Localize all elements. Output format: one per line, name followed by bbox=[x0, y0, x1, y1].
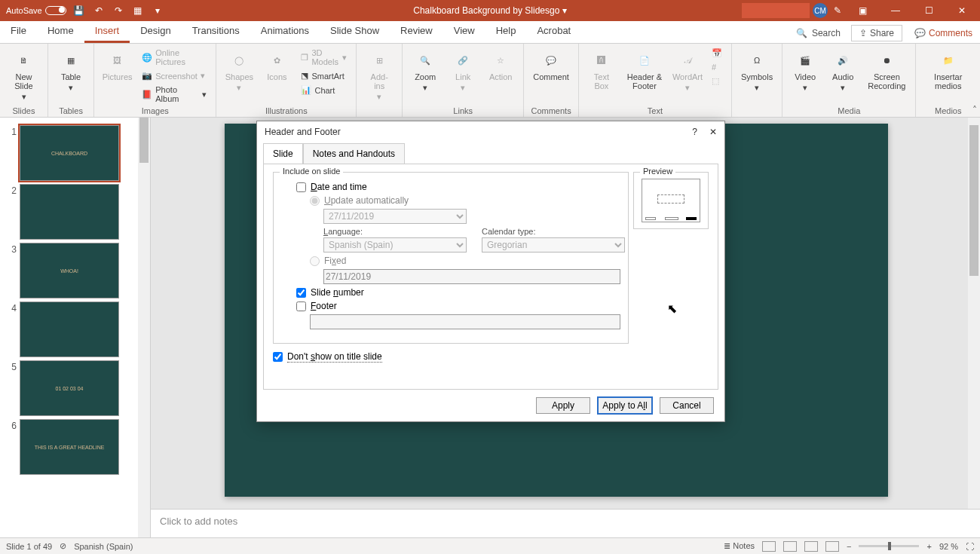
language-dropdown[interactable]: Spanish (Spain) bbox=[323, 237, 467, 253]
collapse-ribbon-icon[interactable]: ˄ bbox=[972, 105, 977, 115]
slide-thumbnail[interactable]: 3 WHOA! bbox=[0, 241, 150, 300]
undo-icon[interactable]: ↶ bbox=[92, 4, 106, 17]
slide-sorter-view-button[interactable] bbox=[783, 541, 797, 552]
menu-tab-transitions[interactable]: Transitions bbox=[182, 20, 250, 43]
wordart-icon: 𝒜 bbox=[677, 50, 698, 71]
zoom-button[interactable]: 🔍Zoom▾ bbox=[409, 47, 442, 96]
slide-thumbnail[interactable]: 6 THIS IS A GREAT HEADLINE bbox=[0, 418, 150, 476]
comment-button[interactable]: 💬Comment bbox=[530, 47, 572, 84]
close-button[interactable]: ✕ bbox=[947, 0, 977, 21]
comments-button[interactable]: 💬 Comments bbox=[907, 25, 980, 41]
video-button[interactable]: 🎬Video▾ bbox=[789, 47, 822, 96]
language-indicator[interactable]: Spanish (Spain) bbox=[74, 542, 133, 551]
accessibility-icon[interactable]: ⊘ bbox=[60, 541, 66, 551]
slide-number-button[interactable]: # bbox=[709, 61, 725, 73]
slide-thumbnail[interactable]: 5 01 02 03 04 bbox=[0, 359, 150, 418]
menu-tab-slide-show[interactable]: Slide Show bbox=[320, 20, 390, 43]
dont-show-title-checkbox[interactable] bbox=[273, 352, 283, 362]
user-avatar[interactable]: CM bbox=[813, 3, 828, 18]
ribbon-display-icon[interactable]: ▣ bbox=[847, 0, 877, 21]
share-button[interactable]: ⇪ Share bbox=[851, 25, 902, 41]
shapes-button[interactable]: ◯ Shapes▾ bbox=[222, 47, 256, 96]
new-slide-button[interactable]: 🗎 New Slide ▾ bbox=[6, 47, 41, 105]
dialog-help-button[interactable]: ? bbox=[692, 127, 697, 137]
slide-thumb-image: 01 02 03 04 bbox=[20, 360, 119, 416]
insertar-medios-button[interactable]: 📁Insertar medios bbox=[922, 47, 974, 93]
qat-more-icon[interactable]: ▾ bbox=[151, 4, 164, 17]
title-bar: AutoSave 💾 ↶ ↷ ▦ ▾ Chalkboard Background… bbox=[0, 0, 980, 21]
menu-tab-design[interactable]: Design bbox=[130, 20, 181, 43]
object-button[interactable]: ⬚ bbox=[709, 75, 725, 87]
fit-to-window-button[interactable]: ⛶ bbox=[966, 542, 974, 551]
menu-tab-help[interactable]: Help bbox=[485, 20, 527, 43]
zoom-in-button[interactable]: + bbox=[926, 542, 931, 551]
slide-thumbnail[interactable]: 4 bbox=[0, 300, 150, 359]
autosave-toggle[interactable]: AutoSave bbox=[6, 6, 66, 15]
menu-tab-file[interactable]: File bbox=[0, 20, 37, 43]
audio-button[interactable]: 🔊Audio▾ bbox=[826, 47, 859, 96]
notes-toggle[interactable]: ≣ Notes bbox=[724, 541, 755, 551]
slide-thumb-image: THIS IS A GREAT HEADLINE bbox=[20, 419, 119, 475]
menu-tab-insert[interactable]: Insert bbox=[84, 20, 130, 43]
menu-tab-home[interactable]: Home bbox=[37, 20, 84, 43]
screen-recording-button[interactable]: ⏺Screen Recording bbox=[864, 47, 909, 93]
header-footer-button[interactable]: 📄Header & Footer bbox=[623, 47, 666, 93]
zoom-percent[interactable]: 92 % bbox=[939, 542, 958, 551]
3d-models-button[interactable]: ❒3D Models ▾ bbox=[298, 47, 350, 68]
photo-album-button[interactable]: 📕Photo Album ▾ bbox=[139, 84, 210, 105]
dialog-tab-notes-and-handouts[interactable]: Notes and Handouts bbox=[303, 143, 405, 164]
pen-icon[interactable]: ✎ bbox=[831, 4, 844, 17]
table-button[interactable]: ▦ Table ▾ bbox=[54, 47, 87, 96]
normal-view-button[interactable] bbox=[762, 541, 776, 552]
link-button[interactable]: 🔗Link▾ bbox=[446, 47, 479, 96]
apply-button[interactable]: Apply bbox=[536, 397, 590, 414]
minimize-button[interactable]: — bbox=[880, 0, 911, 21]
footer-checkbox[interactable] bbox=[296, 301, 306, 311]
slideshow-icon[interactable]: ▦ bbox=[131, 4, 145, 17]
tell-me-search[interactable]: 🔍 Search bbox=[786, 23, 851, 43]
menu-tab-review[interactable]: Review bbox=[390, 20, 443, 43]
smartart-button[interactable]: ⬔SmartArt bbox=[298, 69, 350, 82]
wordart-button[interactable]: 𝒜WordArt▾ bbox=[671, 47, 704, 96]
save-icon[interactable]: 💾 bbox=[72, 4, 86, 17]
pictures-button[interactable]: 🖼 Pictures bbox=[100, 47, 134, 84]
screenshot-button[interactable]: 📷Screenshot ▾ bbox=[139, 69, 210, 82]
fixed-date-input[interactable] bbox=[323, 269, 620, 284]
user-name-block[interactable] bbox=[742, 3, 810, 18]
maximize-button[interactable]: ☐ bbox=[914, 0, 944, 21]
redo-icon[interactable]: ↷ bbox=[112, 4, 125, 17]
icons-button[interactable]: ✿ Icons bbox=[260, 47, 293, 84]
dialog-close-button[interactable]: ✕ bbox=[709, 127, 717, 137]
zoom-out-button[interactable]: − bbox=[847, 542, 851, 551]
text-box-button[interactable]: 🅰Text Box bbox=[585, 47, 618, 93]
auto-date-dropdown[interactable]: 27/11/2019 bbox=[323, 209, 467, 224]
chart-button[interactable]: 📊Chart bbox=[298, 84, 350, 96]
slide-thumbnail[interactable]: 1 CHALKBOARD bbox=[0, 124, 150, 182]
slide-number-checkbox[interactable] bbox=[296, 288, 306, 298]
symbols-button[interactable]: ΩSymbols▾ bbox=[738, 47, 776, 96]
reading-view-button[interactable] bbox=[804, 541, 818, 552]
footer-input[interactable] bbox=[310, 314, 620, 329]
cancel-button[interactable]: Cancel bbox=[660, 397, 714, 414]
slide-counter[interactable]: Slide 1 of 49 bbox=[6, 542, 52, 551]
notes-pane[interactable]: Click to add notes bbox=[151, 509, 980, 537]
calendar-type-dropdown[interactable]: Gregorian bbox=[482, 237, 625, 253]
date-time-checkbox[interactable] bbox=[296, 182, 306, 192]
slideshow-view-button[interactable] bbox=[825, 541, 839, 552]
fixed-radio[interactable] bbox=[310, 256, 320, 266]
menu-tab-animations[interactable]: Animations bbox=[250, 20, 320, 43]
online-pictures-button[interactable]: 🌐Online Pictures bbox=[139, 47, 210, 68]
menu-tab-acrobat[interactable]: Acrobat bbox=[526, 20, 581, 43]
addins-button[interactable]: ⊞ Add-ins▾ bbox=[363, 47, 396, 105]
date-time-button[interactable]: 📅 bbox=[709, 47, 725, 60]
update-auto-radio[interactable] bbox=[310, 196, 320, 206]
apply-to-all-button[interactable]: Apply to All bbox=[598, 397, 652, 414]
action-button[interactable]: ☆Action bbox=[484, 47, 517, 84]
canvas-scrollbar-vertical[interactable] bbox=[968, 118, 980, 509]
zoom-slider[interactable] bbox=[859, 545, 919, 547]
thumbnails-scrollbar[interactable] bbox=[138, 118, 150, 537]
slide-thumbnail[interactable]: 2 bbox=[0, 182, 150, 241]
dialog-tab-slide[interactable]: Slide bbox=[263, 143, 303, 164]
menu-tab-view[interactable]: View bbox=[443, 20, 485, 43]
autosave-label: AutoSave bbox=[6, 6, 42, 15]
